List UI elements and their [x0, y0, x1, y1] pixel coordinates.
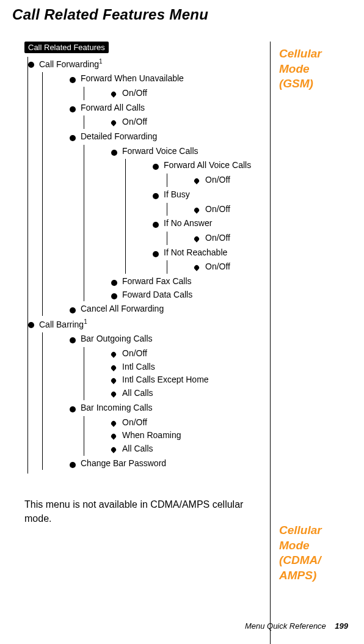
- label: Bar Outgoing Calls: [81, 334, 153, 343]
- footer: Menu Quick Reference 199: [245, 621, 348, 631]
- tree-node-ib: If Busy On/Off: [153, 188, 270, 216]
- label: Call Forwarding: [39, 59, 99, 69]
- leaf-onoff: On/Off: [194, 174, 270, 187]
- tree-node-favc: Forward All Voice Calls On/Off: [153, 159, 270, 186]
- leaf-onoff: On/Off: [194, 203, 270, 216]
- line: (CDMA/: [279, 553, 322, 568]
- label: Detailed Forwarding: [81, 131, 157, 141]
- tree-node-caf: Cancel All Forwarding: [70, 302, 270, 316]
- page-number: 199: [335, 621, 348, 631]
- tree-node-df: Detailed Forwarding Forward Voice Calls …: [70, 130, 270, 301]
- leaf-onoff: On/Off: [111, 115, 270, 129]
- label: Cancel All Forwarding: [81, 304, 164, 313]
- label: Call Barring: [39, 320, 84, 329]
- label: Change Bar Password: [81, 458, 166, 468]
- tree-node-call-forwarding: Call Forwarding1 Forward When Unavailabl…: [28, 57, 270, 316]
- leaf-onoff: On/Off: [111, 87, 270, 100]
- leaf: All Calls: [111, 442, 270, 456]
- leaf: When Roaming: [111, 429, 270, 442]
- sup: 1: [99, 58, 103, 65]
- tree-node-ffc: Forward Fax Calls: [111, 275, 270, 288]
- sup: 1: [84, 318, 87, 325]
- page-title: Call Related Features Menu: [0, 0, 364, 23]
- tree-node-fvc: Forward Voice Calls Forward All Voice Ca…: [111, 145, 270, 274]
- tree-node-boc: Bar Outgoing Calls On/Off Intl Calls Int…: [70, 332, 270, 400]
- label: Forward All Calls: [81, 103, 145, 112]
- leaf: Intl Calls: [111, 360, 270, 374]
- menu-tree: Call Forwarding1 Forward When Unavailabl…: [24, 57, 270, 474]
- leaf: All Calls: [111, 387, 270, 400]
- leaf-onoff: On/Off: [194, 232, 270, 245]
- line: Cellular: [279, 46, 322, 62]
- side-label-gsm: Cellular Mode (GSM): [279, 46, 322, 92]
- leaf: On/Off: [111, 416, 270, 430]
- tree-node-fwu: Forward When Unavailable On/Off: [70, 72, 270, 100]
- line: Cellular: [279, 523, 322, 538]
- tree-node-ina: If No Answer On/Off: [153, 217, 270, 244]
- line: (GSM): [279, 76, 322, 92]
- label: Forward When Unavailable: [81, 73, 184, 83]
- tree-node-call-barring: Call Barring1 Bar Outgoing Calls On/Off …: [28, 317, 270, 470]
- label: Forward All Voice Calls: [164, 160, 251, 170]
- label: Forward Voice Calls: [122, 146, 198, 156]
- line: Mode: [279, 538, 322, 554]
- tree-node-inr: If Not Reachable On/Off: [153, 246, 270, 274]
- label: If Not Reachable: [164, 247, 227, 257]
- tree-node-bic: Bar Incoming Calls On/Off When Roaming A…: [70, 401, 270, 456]
- line: AMPS): [279, 568, 322, 584]
- main-column: Call Related Features Call Forwarding1 F…: [0, 42, 270, 644]
- sidebar: Cellular Mode (GSM) Cellular Mode (CDMA/…: [270, 42, 364, 644]
- label: Forward Fax Calls: [122, 276, 192, 286]
- label: Bar Incoming Calls: [81, 403, 153, 412]
- line: Mode: [279, 62, 322, 77]
- leaf-onoff: On/Off: [194, 260, 270, 274]
- footer-text: Menu Quick Reference: [245, 621, 326, 631]
- cdma-note: This menu is not available in CDMA/AMPS …: [24, 498, 270, 525]
- label: If No Answer: [164, 218, 212, 228]
- leaf: Intl Calls Except Home: [111, 373, 270, 387]
- label: If Busy: [164, 189, 190, 199]
- tree-node-cbp: Change Bar Password: [70, 457, 270, 470]
- menu-badge: Call Related Features: [24, 42, 109, 53]
- leaf: On/Off: [111, 347, 270, 360]
- tree-node-fdc: Foward Data Calls: [111, 288, 270, 302]
- side-label-cdma: Cellular Mode (CDMA/ AMPS): [279, 523, 322, 584]
- label: Foward Data Calls: [122, 290, 192, 299]
- tree-node-fac: Forward All Calls On/Off: [70, 101, 270, 129]
